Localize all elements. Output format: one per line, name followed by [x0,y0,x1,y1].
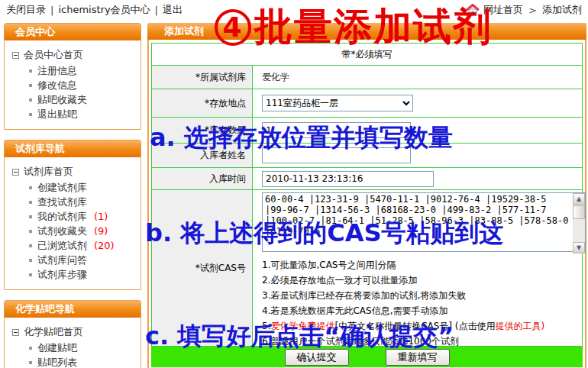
cas-note-2: 2.必须是存放地点一致才可以批量添加 [262,273,544,288]
collapse-icon[interactable] [12,329,19,336]
cas-note-1: 1.可批量添加,CAS号之间用|分隔 [262,257,544,273]
sidebar-item-modify-info[interactable]: 修改信息 [12,78,136,92]
separator: | [50,5,53,16]
cas-note-4: 4.若是系统数据库无此CAS信息,需要手动添加 [262,303,544,318]
count-badge: (1) [94,211,108,222]
bullet-icon [29,244,32,247]
cas-label: *试剂CAS号 [152,190,253,346]
sidebar-item-label: 会员中心首页 [24,48,83,62]
sidebar-item-tieba-list[interactable]: 贴吧列表 [12,355,136,368]
sidebar-item-label: 我的试剂库 [37,210,87,224]
form-row-person: 入库者姓名 [152,144,582,168]
entry-time-input[interactable] [262,171,434,187]
sidebar-section-reagent-nav: 试剂库导航 试剂库首页 创建试剂库 查找试剂库 我的试剂库(1) 试剂收藏夹(9… [4,140,141,290]
cas-note-5-mid: [中英文名称批量转换CAS号] (点击使用 [334,321,495,331]
separator: | [155,5,158,16]
breadcrumb-current[interactable]: 添加试剂 [542,3,582,17]
collapse-icon[interactable] [12,52,19,59]
sidebar-item-label: 创建试剂库 [37,181,87,195]
sidebar-item-my-library[interactable]: 我的试剂库(1) [12,209,136,224]
sidebar-item-label: 化学贴吧首页 [24,325,83,339]
sidebar: 会员中心 会员中心首页 注册信息 修改信息 贴吧收藏夹 退出贴吧 试剂库导航 试… [4,23,141,368]
sidebar-item-create-tieba[interactable]: 创建贴吧 [12,341,136,355]
location-select[interactable]: 111室药品柜一层 [262,95,413,111]
refill-button[interactable]: 重新填写 [386,349,450,366]
sidebar-item-label: 试剂库问答 [37,253,87,267]
form-row-cas: *试剂CAS号 60-00-4 |123-31-9 |5470-11-1 |90… [152,190,582,346]
sidebar-item-register-info[interactable]: 注册信息 [12,63,136,78]
sidebar-item-label: 查找试剂库 [37,195,87,209]
count-badge: (9) [94,225,108,237]
form-panel: 带*必须填写 *所属试剂库 爱化学 *存放地点 111室药品柜一层 *库存数量 [147,40,586,368]
sidebar-item-label: 退出贴吧 [37,108,77,121]
bullet-icon [29,84,32,87]
sidebar-item-exit-tieba[interactable]: 退出贴吧 [12,107,136,121]
sidebar-item-library-qa[interactable]: 试剂库问答 [12,253,136,267]
form-row-quantity: *库存数量 [152,118,582,144]
form-row-library: *所属试剂库 爱化学 [152,66,582,89]
library-label: *所属试剂库 [152,66,253,89]
sidebar-item-library-steps[interactable]: 试剂库步骤 [12,267,136,282]
add-reagent-form: 带*必须填写 *所属试剂库 爱化学 *存放地点 111室药品柜一层 *库存数量 [151,43,583,347]
sidebar-section-tieba-nav: 化学贴吧导航 化学贴吧首页 创建贴吧 贴吧列表 推荐贴吧 精华贴 讨论贴 [4,300,141,368]
section-title: 会员中心 [5,24,141,40]
section-title: 化学贴吧导航 [5,301,141,318]
sidebar-item-member-home[interactable]: 会员中心首页 [12,47,136,63]
sidebar-item-label: 贴吧列表 [37,356,77,368]
home-icon [466,4,480,16]
close-menu-link[interactable]: 关闭目录 [6,3,46,17]
sidebar-item-label: 试剂库首页 [24,165,73,179]
bullet-icon [29,98,32,102]
breadcrumb-home-link[interactable]: 网址首页 [483,3,523,17]
bullet-icon [29,230,32,233]
sidebar-item-label: 试剂库步骤 [37,268,87,282]
sidebar-item-reagent-favorites[interactable]: 试剂收藏夹(9) [12,224,136,238]
cas-notes: 1.可批量添加,CAS号之间用|分隔 2.必须是存放地点一致才可以批量添加 3.… [262,254,544,349]
cas-note-3: 3.若是试剂库已经存在将要添加的试剂,将添加失败 [262,288,544,303]
quantity-input[interactable] [262,122,411,138]
bullet-icon [29,69,32,73]
bullet-icon [29,201,32,204]
scroll-down-icon[interactable]: ▼ [573,242,585,253]
sidebar-item-label: 已浏览试剂 [37,239,87,253]
bullet-icon [29,186,32,189]
top-bar: 关闭目录 | ichemistry会员中心 | 退出 网址首页 > 添加试剂 [0,0,588,20]
bullet-icon [29,361,32,364]
sidebar-item-tieba-home[interactable]: 化学贴吧首页 [12,324,136,341]
confirm-submit-button[interactable]: 确认提交 [285,349,349,366]
bullet-icon [29,347,32,350]
member-center-link[interactable]: ichemistry会员中心 [58,3,150,17]
scrollbar-thumb[interactable] [573,205,585,219]
quantity-label: *库存数量 [152,118,253,143]
sidebar-item-reagent-home[interactable]: 试剂库首页 [12,163,136,180]
sidebar-item-label: 创建贴吧 [37,341,77,355]
sidebar-item-create-library[interactable]: 创建试剂库 [12,180,136,195]
cas-tool-link[interactable]: 爱化学免费提供 [270,321,334,331]
cas-textarea[interactable]: 60-00-4 |123-31-9 |5470-11-1 |9012-76-4 … [262,192,586,252]
collapse-icon[interactable] [12,169,19,176]
logout-link[interactable]: 退出 [163,3,183,17]
person-name-input[interactable] [262,147,411,163]
cas-tool-link-2[interactable]: 提供的工具) [496,321,545,331]
bullet-icon [29,259,32,262]
sidebar-item-viewed-reagents[interactable]: 已浏览试剂(20) [12,238,136,253]
breadcrumb: 网址首页 > 添加试剂 [466,3,582,17]
sidebar-item-label: 注册信息 [37,64,77,78]
bullet-icon [29,215,32,218]
sidebar-item-label: 修改信息 [37,79,77,92]
textarea-scrollbar[interactable]: ▲ ▼ [573,193,585,253]
scroll-up-icon[interactable]: ▲ [573,193,585,205]
required-note: 带*必须填写 [152,44,582,66]
count-badge: (20) [94,240,115,251]
sidebar-item-find-library[interactable]: 查找试剂库 [12,195,136,209]
page-title: 添加试剂 [147,23,586,40]
library-value: 爱化学 [262,71,289,84]
sidebar-section-member: 会员中心 会员中心首页 注册信息 修改信息 贴吧收藏夹 退出贴吧 [4,23,141,130]
breadcrumb-arrow-icon: > [528,5,537,16]
person-label: 入库者姓名 [152,144,253,167]
cas-note-5-prefix: 5. [262,321,270,331]
location-label: *存放地点 [152,89,253,117]
form-row-time: 入库时间 [152,168,582,190]
sidebar-item-tieba-favorites[interactable]: 贴吧收藏夹 [12,92,136,107]
form-row-location: *存放地点 111室药品柜一层 [152,89,582,118]
